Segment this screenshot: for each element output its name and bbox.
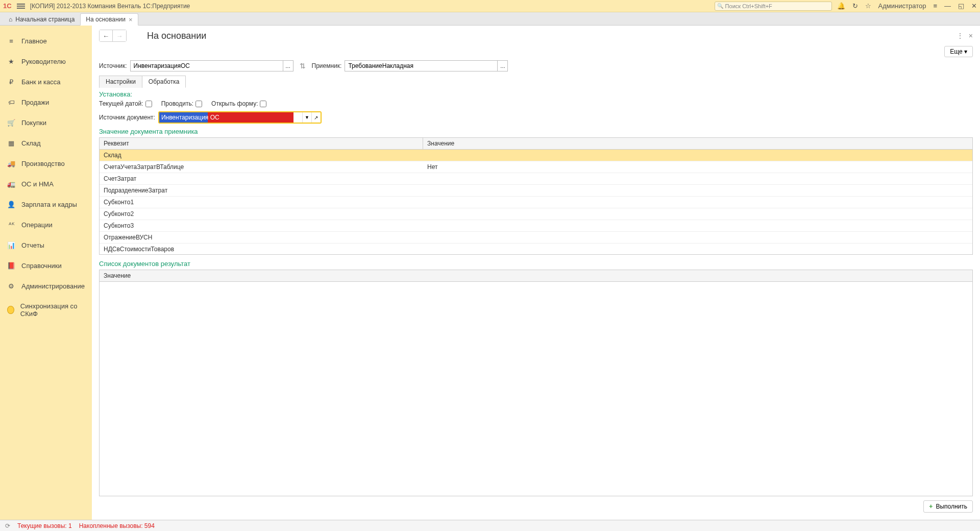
- content-header: ← → На основании ⋮ ×: [99, 30, 973, 42]
- attributes-table: Реквезит Значение СкладСчетаУчетаЗатратВ…: [99, 137, 973, 255]
- check-currdate-input[interactable]: [145, 101, 152, 107]
- kebab-icon[interactable]: ⋮: [957, 32, 964, 40]
- sidebar-label-9: Операции: [21, 221, 53, 229]
- dest-input-wrap: …: [345, 60, 508, 71]
- forward-button[interactable]: →: [113, 30, 126, 41]
- toolbar-row: Еще ▾: [99, 46, 973, 57]
- sidebar-item-0[interactable]: ≡Главное: [0, 31, 92, 51]
- table-row[interactable]: Субконто2: [100, 208, 972, 220]
- check-row: Текущей датой: Проводить: Открыть форму:: [99, 100, 973, 107]
- dest-input[interactable]: [345, 60, 498, 71]
- status-sync-icon[interactable]: ⟳: [5, 522, 10, 529]
- sidebar-icon-7: 🚛: [7, 180, 15, 188]
- table-row[interactable]: Субконто3: [100, 220, 972, 232]
- attr-value: [423, 208, 972, 220]
- sidebar-icon-6: 🚚: [7, 159, 15, 167]
- check-openform-label: Открыть форму:: [211, 100, 258, 107]
- footer-action: + Выполнить: [99, 496, 973, 513]
- attr-header-name: Реквезит: [100, 138, 423, 149]
- admin-label[interactable]: Администратор: [878, 2, 926, 10]
- tab-home[interactable]: ⌂ Начальная страница: [3, 13, 80, 25]
- sidebar-item-1[interactable]: ★Руководителю: [0, 51, 92, 71]
- header-actions: ⋮ ×: [957, 32, 973, 40]
- dest-label: Приемник:: [312, 62, 342, 69]
- section-setup: Установка:: [99, 90, 973, 98]
- table-row[interactable]: Субконто1: [100, 197, 972, 208]
- sidebar-label-10: Отчеты: [21, 242, 44, 249]
- attr-header: Реквезит Значение: [100, 138, 972, 150]
- sidebar-label-11: Справочники: [21, 262, 62, 270]
- sidebar-label-8: Зарплата и кадры: [21, 201, 77, 208]
- doc-dropdown-button[interactable]: ▼: [302, 112, 311, 123]
- execute-label: Выполнить: [936, 503, 967, 510]
- min-icon[interactable]: —: [944, 2, 951, 10]
- sidebar-item-6[interactable]: 🚚Производство: [0, 153, 92, 174]
- tab-close-icon[interactable]: ×: [129, 16, 133, 23]
- check-openform-input[interactable]: [260, 101, 266, 107]
- table-row[interactable]: СчетЗатрат: [100, 173, 972, 185]
- sidebar-icon-5: ▦: [7, 139, 15, 147]
- sidebar-item-13[interactable]: Синхронизация со СКиФ: [0, 296, 92, 324]
- sidebar-icon-12: ⚙: [7, 282, 15, 290]
- sidebar-item-5[interactable]: ▦Склад: [0, 133, 92, 153]
- sidebar-label-3: Продажи: [21, 99, 49, 106]
- source-input[interactable]: [130, 60, 283, 71]
- dest-select-button[interactable]: …: [498, 60, 508, 71]
- table-row[interactable]: ОтражениеВУСН: [100, 232, 972, 244]
- check-currdate: Текущей датой:: [99, 100, 152, 107]
- sidebar-icon-13: [7, 306, 14, 314]
- table-row[interactable]: Склад: [100, 150, 972, 161]
- close-panel-icon[interactable]: ×: [969, 32, 973, 40]
- sidebar-item-8[interactable]: 👤Зарплата и кадры: [0, 194, 92, 214]
- tab-current-label: На основании: [86, 16, 126, 23]
- status-bar: ⟳ Текущие вызовы: 1 Накопленные вызовы: …: [0, 520, 980, 531]
- sidebar-item-12[interactable]: ⚙Администрирование: [0, 276, 92, 296]
- attr-header-value: Значение: [423, 138, 972, 149]
- source-select-button[interactable]: …: [283, 60, 293, 71]
- table-row[interactable]: СчетаУчетаЗатратВТаблицеНет: [100, 161, 972, 173]
- attr-name: ОтражениеВУСН: [100, 232, 423, 243]
- title-bar: 1C [КОПИЯ] 2012-2013 Компания Венталь 1С…: [0, 0, 980, 12]
- attr-name: Субконто1: [100, 197, 423, 208]
- star-icon[interactable]: ☆: [865, 2, 871, 10]
- settings-icon[interactable]: ≡: [933, 2, 937, 10]
- swap-icon[interactable]: ⇅: [300, 62, 306, 70]
- sidebar-item-2[interactable]: ₽Банк и касса: [0, 71, 92, 92]
- sidebar-item-9[interactable]: ᴬᴷОперации: [0, 214, 92, 235]
- sidebar-icon-3: 🏷: [7, 98, 15, 106]
- table-row[interactable]: ПодразделениеЗатрат: [100, 185, 972, 197]
- hamburger-icon[interactable]: [17, 4, 25, 9]
- sidebar-item-7[interactable]: 🚛ОС и HMA: [0, 174, 92, 194]
- search-input[interactable]: Поиск Ctrl+Shift+F: [715, 2, 832, 11]
- sidebar-icon-10: 📊: [7, 241, 15, 249]
- tab-current[interactable]: На основании ×: [80, 13, 138, 26]
- more-button[interactable]: Еще ▾: [944, 46, 973, 57]
- sidebar-item-10[interactable]: 📊Отчеты: [0, 235, 92, 255]
- sidebar-icon-2: ₽: [7, 78, 15, 86]
- close-icon[interactable]: ✕: [971, 2, 977, 10]
- attr-value: Нет: [423, 161, 972, 173]
- sidebar-label-6: Производство: [21, 160, 65, 167]
- sidebar-item-4[interactable]: 🛒Покупки: [0, 112, 92, 133]
- table-row[interactable]: НДСвСтоимостиТоваров: [100, 244, 972, 255]
- history-icon[interactable]: ↻: [852, 2, 858, 10]
- attr-name: ПодразделениеЗатрат: [100, 185, 423, 196]
- sidebar-label-1: Руководителю: [21, 58, 66, 65]
- back-button[interactable]: ←: [100, 30, 113, 41]
- execute-button[interactable]: + Выполнить: [923, 500, 973, 513]
- inner-tab-processing[interactable]: Обработка: [142, 76, 186, 88]
- max-icon[interactable]: ◱: [958, 2, 964, 10]
- inner-tab-settings[interactable]: Настройки: [99, 76, 142, 88]
- app-title: [КОПИЯ] 2012-2013 Компания Венталь 1С:Пр…: [30, 3, 715, 10]
- check-post-input[interactable]: [195, 101, 202, 107]
- sidebar-item-11[interactable]: 📕Справочники: [0, 255, 92, 276]
- sidebar-item-3[interactable]: 🏷Продажи: [0, 92, 92, 112]
- sidebar-icon-4: 🛒: [7, 118, 15, 127]
- attr-value: [423, 232, 972, 243]
- bell-icon[interactable]: 🔔: [837, 2, 845, 10]
- doc-open-button[interactable]: ↗: [311, 112, 321, 123]
- result-table: Значение: [99, 270, 973, 496]
- logo-1c: 1C: [3, 2, 12, 10]
- source-label: Источник:: [99, 62, 127, 69]
- doc-source-input[interactable]: [159, 112, 302, 123]
